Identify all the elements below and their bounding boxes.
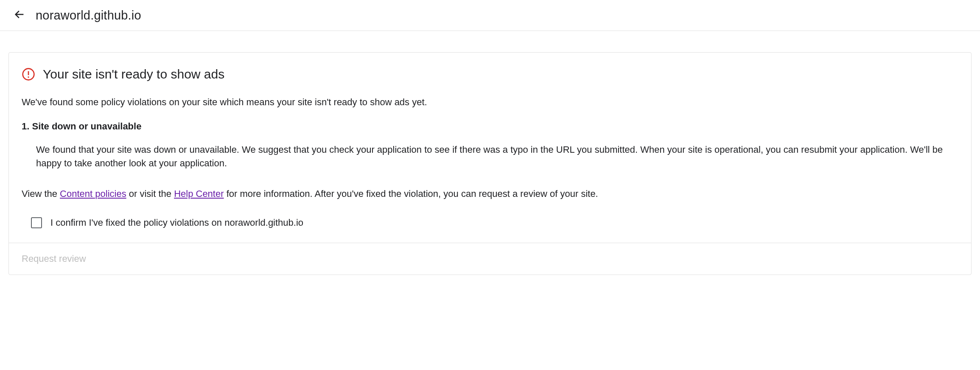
svg-point-3: [28, 76, 29, 78]
page-header: noraworld.github.io: [0, 0, 980, 31]
card-title: Your site isn't ready to show ads: [43, 67, 224, 81]
confirm-checkbox[interactable]: [31, 217, 42, 228]
info-pre: View the: [22, 188, 60, 199]
violation-heading: 1. Site down or unavailable: [22, 121, 958, 132]
header-domain: noraworld.github.io: [36, 8, 141, 22]
help-center-link[interactable]: Help Center: [174, 188, 224, 199]
info-post: for more information. After you've fixed…: [224, 188, 598, 199]
violation-body: We found that your site was down or unav…: [22, 143, 958, 170]
footer-info: View the Content policies or visit the H…: [22, 187, 958, 201]
status-card: Your site isn't ready to show ads We've …: [8, 52, 972, 275]
confirm-label: I confirm I've fixed the policy violatio…: [50, 217, 303, 228]
back-button[interactable]: [12, 8, 27, 23]
content-policies-link[interactable]: Content policies: [60, 188, 126, 199]
confirm-row: I confirm I've fixed the policy violatio…: [22, 217, 958, 228]
intro-text: We've found some policy violations on yo…: [22, 96, 958, 109]
alert-circle-icon: [22, 67, 35, 81]
title-row: Your site isn't ready to show ads: [22, 67, 958, 81]
request-review-button[interactable]: Request review: [22, 253, 86, 264]
info-mid: or visit the: [126, 188, 174, 199]
arrow-left-icon: [14, 8, 25, 22]
card-body: Your site isn't ready to show ads We've …: [9, 53, 971, 243]
card-footer: Request review: [9, 243, 971, 275]
